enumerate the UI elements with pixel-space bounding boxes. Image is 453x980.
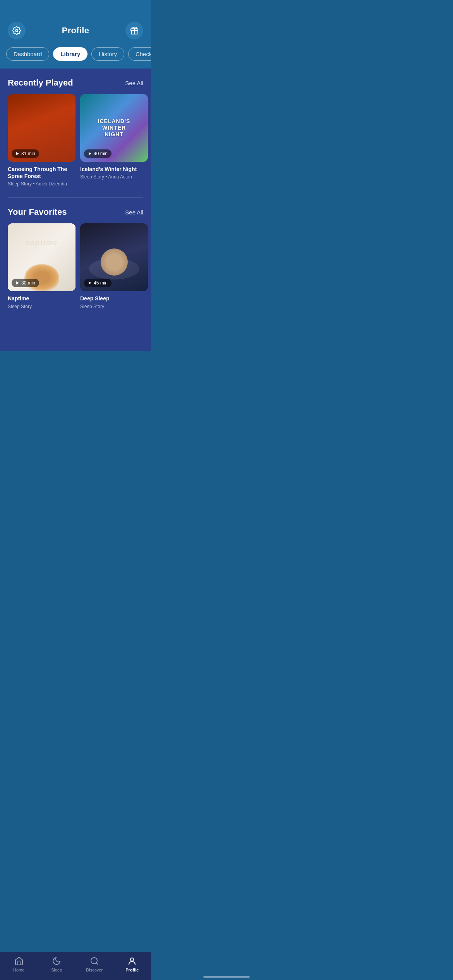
tab-dashboard[interactable]: Dashboard (6, 47, 49, 61)
iceland-title: Iceland's Winter Night (80, 166, 148, 173)
gift-button[interactable] (125, 22, 143, 39)
iceland-card-text: ICELAND'SWINTERNIGHT (98, 118, 130, 137)
card-sleep-person[interactable]: 45 min Deep Sleep Sleep Story (80, 223, 148, 309)
card-canoeing-image: 31 min (8, 94, 76, 162)
naptime-label: NAptiME (8, 239, 76, 247)
card-iceland-image: ICELAND'SWINTERNIGHT 40 min (80, 94, 148, 162)
page-title: Profile (62, 26, 89, 36)
header: Profile (0, 17, 151, 47)
canoeing-duration: 31 min (21, 151, 35, 156)
settings-button[interactable] (8, 22, 26, 39)
recently-played-header: Recently Played See All (0, 78, 151, 88)
recently-played-cards: 31 min Canoeing Through The Spree Forest… (0, 94, 151, 187)
card-canoeing[interactable]: 31 min Canoeing Through The Spree Forest… (8, 94, 76, 187)
tab-checkins[interactable]: Check-Ins (128, 47, 151, 61)
gift-icon (130, 26, 139, 35)
recently-played-see-all[interactable]: See All (125, 80, 143, 86)
sleep-person-subtitle: Sleep Story (80, 304, 148, 309)
tabs-container: Dashboard Library History Check-Ins (0, 47, 151, 69)
play-icon (15, 281, 19, 285)
iceland-duration: 40 min (94, 151, 108, 156)
play-icon (88, 281, 92, 285)
recently-played-section: Recently Played See All 31 min Canoeing … (0, 78, 151, 187)
svg-marker-5 (16, 281, 19, 284)
canoeing-duration-badge: 31 min (12, 149, 39, 158)
sleep-person-title: Deep Sleep (80, 295, 148, 302)
favorites-header: Your Favorites See All (0, 207, 151, 217)
naptime-title: Naptime (8, 295, 76, 302)
tab-history[interactable]: History (91, 47, 124, 61)
play-icon (15, 152, 19, 156)
svg-marker-3 (16, 152, 19, 155)
card-naptime[interactable]: NAptiME 30 min Naptime Sleep Story (8, 223, 76, 309)
favorites-title: Your Favorites (8, 207, 67, 217)
naptime-duration-badge: 30 min (12, 279, 39, 287)
naptime-duration: 30 min (21, 280, 35, 286)
card-iceland[interactable]: ICELAND'SWINTERNIGHT 40 min Iceland's Wi… (80, 94, 148, 187)
status-bar (0, 0, 151, 17)
svg-marker-6 (89, 281, 91, 284)
svg-point-0 (15, 29, 18, 32)
gear-icon (12, 26, 21, 35)
canoeing-subtitle: Sleep Story • Ameli Dziemba (8, 181, 76, 187)
main-content: Recently Played See All 31 min Canoeing … (0, 69, 151, 351)
sleep-person-duration-badge: 45 min (84, 279, 112, 287)
section-divider (8, 197, 143, 198)
card-sleep-person-image: 45 min (80, 223, 148, 291)
svg-marker-4 (89, 152, 91, 155)
tab-library[interactable]: Library (53, 47, 88, 61)
favorites-see-all[interactable]: See All (125, 209, 143, 216)
recently-played-title: Recently Played (8, 78, 73, 88)
favorites-cards: NAptiME 30 min Naptime Sleep Story (0, 223, 151, 309)
your-favorites-section: Your Favorites See All NAptiME (0, 207, 151, 309)
naptime-subtitle: Sleep Story (8, 304, 76, 309)
card-naptime-image: NAptiME 30 min (8, 223, 76, 291)
iceland-subtitle: Sleep Story • Anna Acton (80, 174, 148, 180)
iceland-duration-badge: 40 min (84, 149, 112, 158)
sleep-person-duration: 45 min (94, 280, 108, 286)
canoeing-title: Canoeing Through The Spree Forest (8, 166, 76, 180)
play-icon (88, 152, 92, 156)
